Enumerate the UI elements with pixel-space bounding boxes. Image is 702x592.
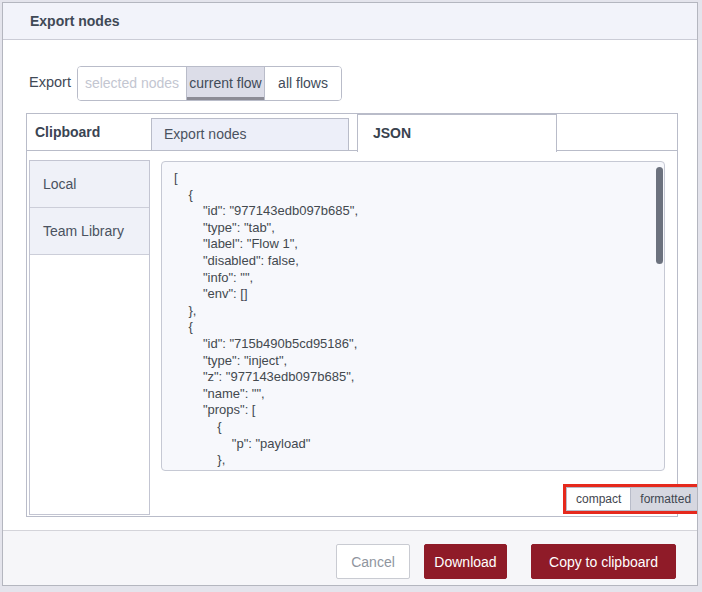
format-toggle-annotation: compact formatted xyxy=(563,484,698,514)
export-scope-group: selected nodes current flow all flows xyxy=(77,66,342,101)
json-export-editor[interactable]: [ { "id": "977143edb097b685", "type": "t… xyxy=(161,161,665,471)
copy-to-clipboard-button[interactable]: Copy to clipboard xyxy=(531,544,676,579)
export-scope-selected-nodes-button[interactable]: selected nodes xyxy=(78,67,186,100)
export-destination-panel: Clipboard Export nodes JSON Local Team L… xyxy=(26,113,678,517)
format-compact-button[interactable]: compact xyxy=(567,488,630,510)
format-formatted-button[interactable]: formatted xyxy=(630,488,698,510)
tab-export-nodes[interactable]: Export nodes xyxy=(151,118,349,151)
json-export-code: [ { "id": "977143edb097b685", "type": "t… xyxy=(162,162,664,471)
cancel-button[interactable]: Cancel xyxy=(336,544,410,579)
tab-json[interactable]: JSON xyxy=(357,114,557,152)
export-scope-all-flows-button[interactable]: all flows xyxy=(264,67,341,100)
library-sidebar: Local Team Library xyxy=(29,160,150,515)
sidebar-item-team-library[interactable]: Team Library xyxy=(30,208,149,255)
export-scope-current-flow-button[interactable]: current flow xyxy=(186,67,264,100)
dialog-footer: Cancel Download Copy to clipboard xyxy=(3,530,697,586)
format-toggle-group: compact formatted xyxy=(566,487,698,511)
sidebar-item-local[interactable]: Local xyxy=(30,161,149,208)
download-button[interactable]: Download xyxy=(424,544,507,579)
editor-scrollbar-thumb[interactable] xyxy=(656,167,663,264)
clipboard-heading: Clipboard xyxy=(35,114,100,150)
screen-backdrop: Export nodes Export selected nodes curre… xyxy=(0,0,702,592)
dialog-title: Export nodes xyxy=(3,3,697,40)
export-nodes-dialog: Export nodes Export selected nodes curre… xyxy=(2,2,698,586)
tab-row-divider xyxy=(27,150,677,151)
export-scope-label: Export xyxy=(29,74,71,90)
